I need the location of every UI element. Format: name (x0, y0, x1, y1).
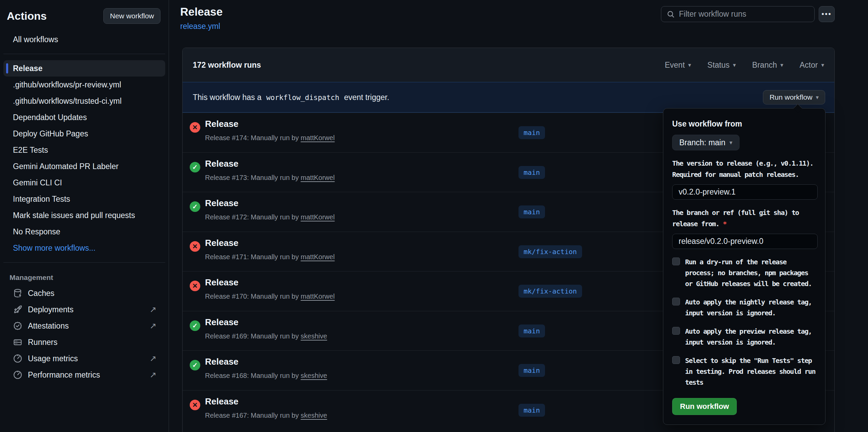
popover-heading: Use workflow from (672, 119, 817, 129)
status-filter-dropdown[interactable]: Status ▾ (708, 61, 736, 70)
main-header: Release release.yml ••• (180, 0, 835, 31)
sidebar-item-gemini-cli-ci[interactable]: Gemini CLI CI (3, 175, 165, 191)
branch-badge[interactable]: main (518, 205, 545, 218)
actor-link[interactable]: mattKorwel (301, 213, 335, 221)
actor-filter-dropdown[interactable]: Actor ▾ (800, 61, 824, 70)
branch-badge[interactable]: main (518, 364, 545, 377)
nightly-tag-checkbox[interactable] (672, 298, 680, 305)
sidebar-item-attestations[interactable]: Attestations ↗ (3, 318, 165, 334)
actor-link[interactable]: mattKorwel (301, 293, 335, 300)
sidebar-item-integration-tests[interactable]: Integration Tests (3, 191, 165, 207)
actor-link[interactable]: mattKorwel (301, 134, 335, 142)
actor-link[interactable]: mattKorwel (301, 253, 335, 261)
workflow-options-kebab-button[interactable]: ••• (819, 6, 835, 22)
sidebar-item-usage-metrics[interactable]: Usage metrics ↗ (3, 350, 165, 367)
filter-workflow-runs-box (661, 6, 815, 22)
active-indicator-bar (6, 63, 8, 73)
chevron-down-icon: ▾ (733, 62, 736, 69)
sidebar-item-trusted-ci[interactable]: .github/workflows/trusted-ci.yml (3, 93, 165, 109)
sidebar-item-runners[interactable]: Runners (3, 334, 165, 350)
search-icon (667, 10, 675, 18)
run-status-success-icon (190, 320, 200, 331)
required-asterisk: * (723, 220, 727, 228)
version-input[interactable] (672, 184, 818, 200)
runs-count: 172 workflow runs (193, 61, 261, 70)
external-link-icon: ↗ (150, 354, 156, 363)
rocket-icon (13, 305, 22, 314)
branch-badge[interactable]: main (518, 166, 545, 179)
show-more-workflows-link[interactable]: Show more workflows... (3, 240, 165, 256)
version-input-description: The version to release (e.g., v0.1.11). … (672, 158, 818, 180)
actor-link[interactable]: mattKorwel (301, 174, 335, 181)
gauge-icon (13, 370, 22, 380)
preview-tag-checkbox-label: Auto apply the preview release tag, inpu… (685, 326, 817, 348)
run-title-link[interactable]: Release (205, 317, 327, 328)
workflow-file-link[interactable]: release.yml (180, 22, 220, 31)
verified-icon (13, 321, 22, 331)
preview-tag-checkbox[interactable] (672, 327, 680, 335)
sidebar-divider (3, 54, 165, 54)
run-status-failure-icon (190, 241, 200, 252)
nightly-tag-checkbox-label: Auto apply the nightly release tag, inpu… (685, 297, 817, 318)
dry-run-checkbox[interactable] (672, 257, 680, 265)
sidebar-item-pr-review[interactable]: .github/workflows/pr-review.yml (3, 77, 165, 93)
run-workflow-dropdown-button[interactable]: Run workflow ▾ (763, 90, 825, 104)
run-status-success-icon (190, 201, 200, 212)
gauge-icon (13, 354, 22, 363)
dry-run-checkbox-label: Run a dry-run of the release process; no… (685, 256, 817, 289)
runs-list-header: 172 workflow runs Event ▾ Status ▾ Branc… (183, 48, 834, 82)
run-title-link[interactable]: Release (205, 277, 335, 288)
new-workflow-button[interactable]: New workflow (103, 8, 160, 24)
chevron-down-icon: ▾ (688, 62, 691, 69)
branch-badge[interactable]: main (518, 126, 545, 139)
run-title-link[interactable]: Release (205, 396, 327, 407)
sidebar-item-deploy-github-pages[interactable]: Deploy GitHub Pages (3, 126, 165, 142)
sidebar-item-no-response[interactable]: No Response (3, 223, 165, 240)
chevron-down-icon: ▾ (816, 94, 819, 101)
sidebar-item-mark-stale[interactable]: Mark stale issues and pull requests (3, 207, 165, 223)
chevron-down-icon: ▾ (730, 139, 733, 146)
event-filter-dropdown[interactable]: Event ▾ (665, 61, 691, 70)
run-status-failure-icon (190, 122, 200, 133)
run-status-success-icon (190, 360, 200, 370)
sidebar-item-dependabot-updates[interactable]: Dependabot Updates (3, 109, 165, 126)
branch-selector-dropdown[interactable]: Branch: main ▾ (672, 135, 739, 150)
run-title-link[interactable]: Release (205, 238, 335, 248)
server-icon (13, 337, 22, 347)
skip-tests-checkbox[interactable] (672, 356, 680, 364)
sidebar-item-gemini-pr-labeler[interactable]: Gemini Automated PR Labeler (3, 158, 165, 175)
sidebar-item-caches[interactable]: Caches (3, 285, 165, 301)
actor-link[interactable]: skeshive (301, 412, 327, 419)
actor-link[interactable]: skeshive (301, 332, 327, 340)
chevron-down-icon: ▾ (821, 62, 824, 69)
run-workflow-popover: Use workflow from Branch: main ▾ The ver… (663, 108, 826, 425)
run-title-link[interactable]: Release (205, 159, 335, 169)
sidebar-item-performance-metrics[interactable]: Performance metrics ↗ (3, 367, 165, 383)
management-section-label: Management (0, 269, 169, 285)
branch-badge[interactable]: main (518, 404, 545, 417)
external-link-icon: ↗ (150, 370, 156, 380)
actor-link[interactable]: skeshive (301, 372, 327, 379)
run-title-link[interactable]: Release (205, 198, 335, 209)
sidebar-item-deployments[interactable]: Deployments ↗ (3, 301, 165, 318)
sidebar-item-e2e-tests[interactable]: E2E Tests (3, 142, 165, 158)
chevron-down-icon: ▾ (780, 62, 783, 69)
branch-filter-dropdown[interactable]: Branch ▾ (752, 61, 783, 70)
branch-badge[interactable]: mk/fix-action (518, 245, 582, 258)
run-workflow-submit-button[interactable]: Run workflow (672, 398, 737, 415)
branch-badge[interactable]: mk/fix-action (518, 285, 582, 298)
ref-input[interactable] (672, 234, 818, 249)
sidebar-item-release[interactable]: Release (3, 60, 165, 77)
cache-icon (13, 288, 22, 298)
run-title-link[interactable]: Release (205, 356, 327, 367)
run-title-link[interactable]: Release (205, 119, 335, 129)
filter-workflow-runs-input[interactable] (679, 10, 809, 19)
sidebar-item-all-workflows[interactable]: All workflows (3, 31, 165, 48)
sidebar-title: Actions (7, 10, 47, 22)
ref-input-description: The branch or ref (full git sha) to rele… (672, 207, 818, 230)
branch-badge[interactable]: main (518, 325, 545, 337)
sidebar-divider (3, 262, 165, 263)
run-status-failure-icon (190, 400, 200, 410)
external-link-icon: ↗ (150, 321, 156, 331)
skip-tests-checkbox-label: Select to skip the "Run Tests" step in t… (685, 355, 817, 388)
